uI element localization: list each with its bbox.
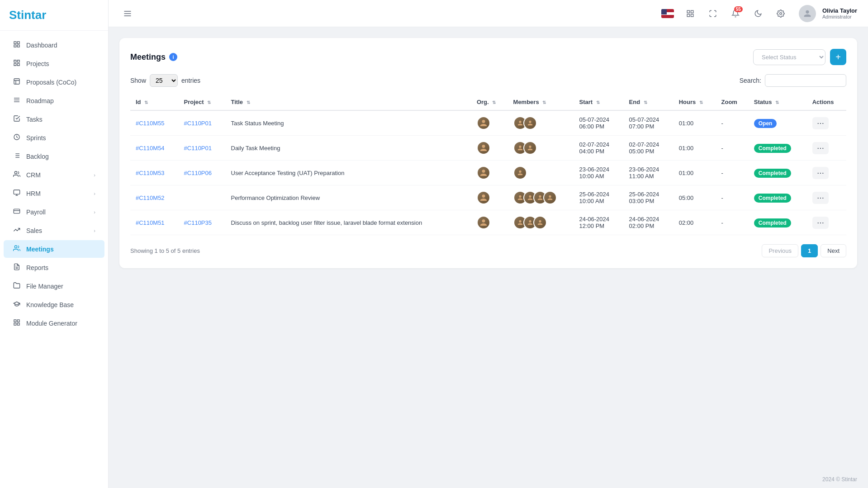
project-link[interactable]: #C110P35 bbox=[184, 219, 212, 226]
page-1-button[interactable]: 1 bbox=[801, 244, 818, 257]
meetings-icon bbox=[13, 245, 21, 253]
table-row: #C110M51 #C110P35 Discuss on sprint, bac… bbox=[130, 210, 846, 235]
cell-actions: ⋯ bbox=[807, 210, 846, 235]
cell-title: Task Status Meeting bbox=[226, 110, 471, 136]
svg-rect-25 bbox=[17, 320, 19, 322]
cell-zoom: - bbox=[716, 136, 749, 161]
sidebar-item-knowledge-base[interactable]: Knowledge Base bbox=[4, 296, 104, 313]
sidebar-item-projects[interactable]: Projects bbox=[4, 55, 104, 72]
project-link[interactable]: #C110P01 bbox=[184, 145, 212, 152]
svg-rect-33 bbox=[691, 14, 693, 16]
sidebar-item-module-generator[interactable]: Module Generator bbox=[4, 314, 104, 332]
cell-org bbox=[471, 210, 508, 235]
project-link[interactable]: #C110P06 bbox=[184, 170, 212, 176]
sidebar-item-dashboard[interactable]: Dashboard bbox=[4, 36, 104, 54]
sidebar-item-sales[interactable]: Sales › bbox=[4, 222, 104, 239]
meeting-id-link[interactable]: #C110M54 bbox=[136, 145, 165, 152]
cell-title: Daily Task Meeting bbox=[226, 136, 471, 161]
dark-mode-icon[interactable] bbox=[750, 5, 766, 22]
cell-id: #C110M52 bbox=[130, 185, 179, 210]
card-actions: Select Status Open Completed + bbox=[753, 49, 846, 65]
sidebar-item-backlog[interactable]: Backlog bbox=[4, 147, 104, 165]
status-badge: Completed bbox=[754, 144, 791, 153]
cell-hours: 01:00 bbox=[674, 110, 716, 136]
info-icon: i bbox=[169, 53, 177, 61]
sidebar-item-label: Knowledge Base bbox=[26, 301, 74, 308]
project-link[interactable]: #C110P01 bbox=[184, 120, 212, 127]
cell-zoom: - bbox=[716, 210, 749, 235]
menu-toggle-button[interactable] bbox=[119, 5, 136, 22]
knowledge-base-icon bbox=[13, 300, 21, 309]
sidebar-item-roadmap[interactable]: Roadmap bbox=[4, 92, 104, 109]
sidebar-item-label: Payroll bbox=[26, 208, 46, 216]
actions-button[interactable]: ⋯ bbox=[812, 142, 829, 154]
col-members[interactable]: Members ⇅ bbox=[508, 94, 574, 110]
expand-icon[interactable] bbox=[705, 5, 721, 22]
sidebar-item-payroll[interactable]: Payroll › bbox=[4, 203, 104, 221]
sidebar-item-reports[interactable]: Reports bbox=[4, 259, 104, 276]
svg-rect-1 bbox=[17, 42, 19, 44]
actions-button[interactable]: ⋯ bbox=[812, 217, 829, 229]
col-project[interactable]: Project ⇅ bbox=[179, 94, 226, 110]
meeting-id-link[interactable]: #C110M53 bbox=[136, 170, 165, 176]
meeting-id-link[interactable]: #C110M51 bbox=[136, 219, 165, 226]
cell-end: 24-06-202402:00 PM bbox=[624, 210, 674, 235]
cell-start: 02-07-202404:00 PM bbox=[574, 136, 624, 161]
pagination-info: Showing 1 to 5 of 5 entries bbox=[130, 247, 200, 254]
user-name: Olivia Taylor bbox=[822, 7, 857, 14]
user-profile[interactable]: Olivia Taylor Administrator bbox=[799, 5, 857, 22]
col-org[interactable]: Org. ⇅ bbox=[471, 94, 508, 110]
cell-zoom: - bbox=[716, 110, 749, 136]
meeting-id-link[interactable]: #C110M55 bbox=[136, 120, 165, 127]
chevron-right-icon: › bbox=[94, 209, 95, 215]
apps-icon[interactable] bbox=[682, 5, 698, 22]
avatar bbox=[799, 5, 816, 22]
entries-per-page-select[interactable]: 25 10 50 100 bbox=[150, 74, 178, 87]
hrm-icon bbox=[13, 189, 21, 198]
chevron-right-icon: › bbox=[94, 228, 95, 233]
notification-bell-icon[interactable]: 55 bbox=[727, 5, 744, 22]
sidebar-item-crm[interactable]: CRM › bbox=[4, 166, 104, 184]
col-start[interactable]: Start ⇅ bbox=[574, 94, 624, 110]
actions-button[interactable]: ⋯ bbox=[812, 167, 829, 179]
sidebar-item-file-manager[interactable]: File Manager bbox=[4, 277, 104, 295]
sidebar-item-label: Backlog bbox=[26, 153, 49, 160]
col-title[interactable]: Title ⇅ bbox=[226, 94, 471, 110]
actions-button[interactable]: ⋯ bbox=[812, 117, 829, 129]
flag-icon[interactable] bbox=[659, 5, 676, 22]
meeting-id-link[interactable]: #C110M52 bbox=[136, 194, 165, 201]
cell-org bbox=[471, 110, 508, 136]
next-page-button[interactable]: Next bbox=[821, 244, 846, 257]
cell-zoom: - bbox=[716, 185, 749, 210]
sidebar-item-sprints[interactable]: Sprints bbox=[4, 129, 104, 147]
prev-page-button[interactable]: Previous bbox=[762, 244, 798, 257]
user-role: Administrator bbox=[822, 14, 857, 19]
cell-status: Completed bbox=[749, 136, 807, 161]
cell-status: Completed bbox=[749, 161, 807, 185]
search-input[interactable] bbox=[765, 74, 846, 87]
chevron-right-icon: › bbox=[94, 172, 95, 178]
cell-members bbox=[508, 161, 574, 185]
svg-rect-0 bbox=[14, 42, 16, 44]
crm-icon bbox=[13, 171, 21, 179]
logo: Stintar bbox=[9, 8, 46, 22]
col-hours[interactable]: Hours ⇅ bbox=[674, 94, 716, 110]
sidebar-item-tasks[interactable]: Tasks bbox=[4, 110, 104, 128]
sidebar-item-hrm[interactable]: HRM › bbox=[4, 185, 104, 202]
status-filter-select[interactable]: Select Status Open Completed bbox=[753, 49, 825, 65]
actions-button[interactable]: ⋯ bbox=[812, 192, 829, 204]
sidebar-item-meetings[interactable]: Meetings bbox=[4, 240, 104, 258]
col-id[interactable]: Id ⇅ bbox=[130, 94, 179, 110]
cell-status: Open bbox=[749, 110, 807, 136]
add-meeting-button[interactable]: + bbox=[830, 49, 846, 65]
status-badge: Completed bbox=[754, 194, 791, 203]
col-status[interactable]: Status ⇅ bbox=[749, 94, 807, 110]
cell-title: Discuss on sprint, backlog user filter i… bbox=[226, 210, 471, 235]
col-end[interactable]: End ⇅ bbox=[624, 94, 674, 110]
cell-title: Performance Optimization Review bbox=[226, 185, 471, 210]
sidebar-item-proposals[interactable]: Proposals (CoCo) bbox=[4, 73, 104, 91]
payroll-icon bbox=[13, 208, 21, 216]
cell-hours: 05:00 bbox=[674, 185, 716, 210]
settings-icon[interactable] bbox=[773, 5, 789, 22]
header: 55 Olivia Taylor Administrator bbox=[109, 0, 868, 27]
